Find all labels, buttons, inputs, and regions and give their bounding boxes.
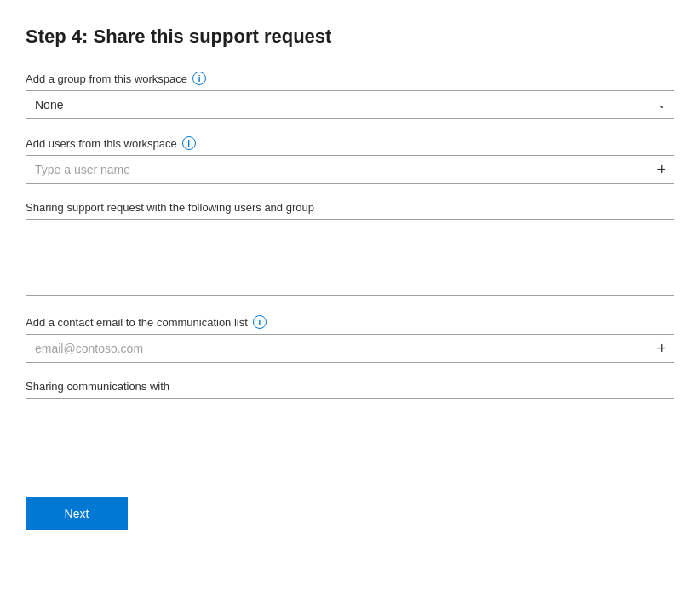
add-user-icon[interactable]: + bbox=[657, 162, 666, 177]
contact-email-input[interactable] bbox=[26, 334, 674, 363]
group-label: Add a group from this workspace bbox=[26, 72, 187, 85]
footer: Next bbox=[26, 497, 674, 530]
contact-email-label: Add a contact email to the communication… bbox=[26, 316, 248, 329]
users-input[interactable] bbox=[26, 155, 674, 184]
contact-email-info-icon[interactable]: i bbox=[253, 315, 267, 329]
sharing-users-label: Sharing support request with the followi… bbox=[26, 201, 674, 214]
sharing-users-section: Sharing support request with the followi… bbox=[26, 201, 674, 298]
contact-email-input-wrapper: + bbox=[26, 334, 674, 363]
group-select-wrapper: None ⌄ bbox=[26, 90, 674, 119]
users-info-icon[interactable]: i bbox=[182, 136, 196, 150]
group-label-row: Add a group from this workspace i bbox=[26, 72, 674, 85]
sharing-communications-section: Sharing communications with bbox=[26, 380, 674, 477]
sharing-communications-box[interactable] bbox=[26, 398, 674, 474]
page-title: Step 4: Share this support request bbox=[26, 26, 674, 48]
users-input-wrapper: + bbox=[26, 155, 674, 184]
sharing-users-box[interactable] bbox=[26, 219, 674, 296]
group-section: Add a group from this workspace i None ⌄ bbox=[26, 72, 674, 119]
group-select[interactable]: None bbox=[26, 90, 674, 119]
contact-email-label-row: Add a contact email to the communication… bbox=[26, 315, 674, 329]
users-label-row: Add users from this workspace i bbox=[26, 136, 674, 150]
users-section: Add users from this workspace i + bbox=[26, 136, 674, 184]
add-email-icon[interactable]: + bbox=[657, 341, 666, 356]
group-info-icon[interactable]: i bbox=[192, 72, 206, 85]
next-button[interactable]: Next bbox=[26, 497, 128, 530]
contact-email-section: Add a contact email to the communication… bbox=[26, 315, 674, 363]
sharing-communications-label: Sharing communications with bbox=[26, 380, 674, 393]
users-label: Add users from this workspace bbox=[26, 137, 177, 150]
